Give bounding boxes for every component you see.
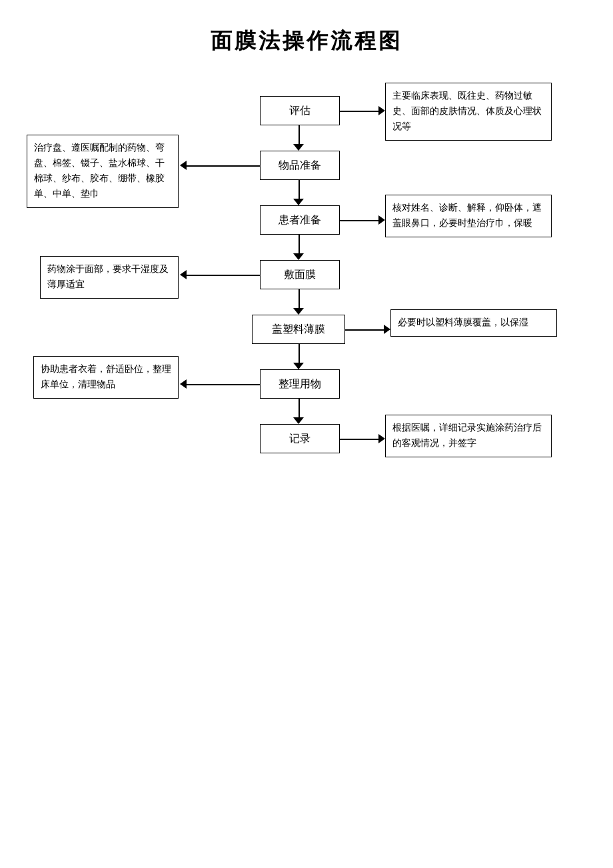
box-step6: 整理用物 xyxy=(260,369,340,399)
arrow-left-4 xyxy=(180,270,187,279)
side-note-right-1: 主要临床表现、既往史、药物过敏史、面部的皮肤情况、体质及心理状况等 xyxy=(385,83,552,141)
side-note-left-2: 治疗盘、遵医嘱配制的药物、弯盘、棉签、镊子、盐水棉球、干棉球、纱布、胶布、绷带、… xyxy=(27,135,179,208)
arrow-h-right-1 xyxy=(340,111,380,112)
arrow-v-6 xyxy=(299,399,300,417)
arrow-right-5 xyxy=(384,325,390,334)
side-note-left-4: 药物涂于面部，要求干湿度及薄厚适宜 xyxy=(40,256,179,299)
box-step1: 评估 xyxy=(260,96,340,125)
box-step7: 记录 xyxy=(260,424,340,453)
arrow-h-left-4 xyxy=(185,275,260,276)
arrow-down-1 xyxy=(293,144,304,151)
arrow-v-1 xyxy=(299,125,300,144)
arrow-down-4 xyxy=(293,308,304,315)
arrow-h-left-6 xyxy=(185,384,260,385)
arrow-down-6 xyxy=(293,417,304,424)
arrow-h-left-2 xyxy=(185,165,260,167)
side-note-right-5: 必要时以塑料薄膜覆盖，以保湿 xyxy=(390,309,557,337)
box-step4: 敷面膜 xyxy=(260,260,340,289)
arrow-down-2 xyxy=(293,199,304,205)
arrow-left-6 xyxy=(180,379,187,389)
arrow-v-4 xyxy=(299,289,300,308)
arrow-down-3 xyxy=(293,253,304,260)
box-step3: 患者准备 xyxy=(260,205,340,235)
side-note-right-3: 核对姓名、诊断、解释，仰卧体，遮盖眼鼻口，必要时垫治疗巾，保暖 xyxy=(385,195,552,237)
arrow-v-2 xyxy=(299,180,300,199)
arrow-right-1 xyxy=(378,106,385,115)
box-step5: 盖塑料薄膜 xyxy=(252,315,345,344)
arrow-h-right-7 xyxy=(340,439,380,440)
box-step2: 物品准备 xyxy=(260,151,340,180)
arrow-h-right-3 xyxy=(340,220,380,221)
arrow-v-3 xyxy=(299,235,300,253)
page: 面膜法操作流程图 评估 主要临床表现、既往史、药物过敏史、面部的皮肤情况、体质及… xyxy=(0,0,613,868)
arrow-left-2 xyxy=(180,161,187,170)
arrow-down-5 xyxy=(293,363,304,369)
flowchart: 评估 主要临床表现、既往史、药物过敏史、面部的皮肤情况、体质及心理状况等 物品准… xyxy=(20,89,593,789)
arrow-v-5 xyxy=(299,344,300,363)
arrow-right-3 xyxy=(378,215,385,225)
side-note-right-7: 根据医嘱，详细记录实施涂药治疗后的客观情况，并签字 xyxy=(385,415,552,457)
arrow-h-right-5 xyxy=(345,329,385,331)
page-title: 面膜法操作流程图 xyxy=(13,27,600,56)
side-note-left-6: 协助患者衣着，舒适卧位，整理床单位，清理物品 xyxy=(33,356,179,399)
arrow-right-7 xyxy=(378,434,385,443)
